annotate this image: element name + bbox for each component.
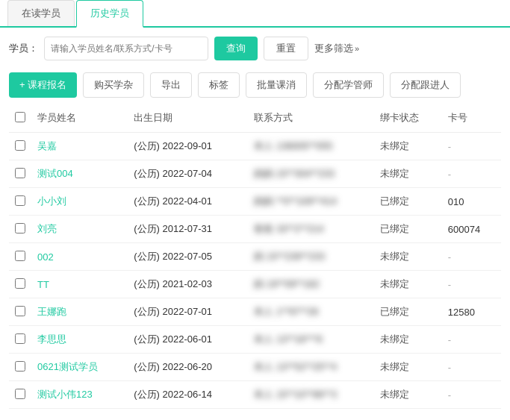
row-checkbox-cell[interactable] [9, 326, 31, 354]
student-name-cell[interactable]: 李思思 [31, 326, 128, 354]
table-row: 刘亮 (公历) 2012-07-31 爸爸 33**2**214 已绑定 600… [9, 216, 501, 243]
student-name-link[interactable]: 李思思 [37, 333, 66, 345]
row-checkbox-cell[interactable] [9, 188, 31, 216]
col-header-dob: 出生日期 [128, 104, 248, 133]
search-label: 学员： [9, 42, 38, 55]
student-contact-value: 妈妈 15**304**233 [254, 167, 335, 181]
card-number-cell: - [442, 243, 501, 271]
student-table-wrap: 学员姓名 出生日期 联系方式 绑卡状态 卡号 吴嘉 (公历) 2022-09-0… [0, 104, 510, 409]
student-name-link[interactable]: 小小刘 [37, 195, 66, 207]
student-contact-cell: 妈 19**09**182 [248, 271, 374, 298]
student-name-link[interactable]: TT [37, 279, 49, 290]
table-row: 测试004 (公历) 2022-07-04 妈妈 15**304**233 未绑… [9, 160, 501, 188]
bind-status-cell: 未绑定 [374, 243, 442, 271]
student-dob-cell: (公历) 2022-06-14 [128, 381, 248, 409]
student-table: 学员姓名 出生日期 联系方式 绑卡状态 卡号 吴嘉 (公历) 2022-09-0… [9, 104, 501, 409]
select-all-checkbox[interactable] [15, 112, 25, 122]
row-checkbox-cell[interactable] [9, 271, 31, 298]
row-checkbox[interactable] [15, 278, 25, 289]
student-name-link[interactable]: 吴嘉 [37, 140, 57, 151]
row-checkbox[interactable] [15, 306, 25, 316]
student-contact-value: 本人 13**18***8 [254, 333, 322, 346]
student-contact-value: 本人 136005**055 [254, 140, 332, 153]
table-header-row: 学员姓名 出生日期 联系方式 绑卡状态 卡号 [9, 104, 501, 133]
student-name-link[interactable]: 刘亮 [37, 223, 57, 234]
bind-status-cell: 未绑定 [374, 326, 442, 354]
student-name-link[interactable]: 测试004 [37, 168, 73, 179]
row-checkbox-cell[interactable] [9, 216, 31, 243]
bind-status-cell: 未绑定 [374, 133, 442, 160]
student-name-cell[interactable]: 刘亮 [31, 216, 128, 243]
col-header-contact: 联系方式 [248, 104, 374, 133]
card-number-cell: 12580 [442, 298, 501, 326]
student-name-link[interactable]: 002 [37, 251, 54, 263]
student-contact-value: 妈 15**239**233 [254, 250, 325, 263]
student-name-cell[interactable]: 小小刘 [31, 188, 128, 216]
row-checkbox-cell[interactable] [9, 381, 31, 409]
row-checkbox-cell[interactable] [9, 243, 31, 271]
student-name-cell[interactable]: 王娜跑 [31, 298, 128, 326]
table-row: 002 (公历) 2022-07-05 妈 15**239**233 未绑定 - [9, 243, 501, 271]
table-row: 0621测试学员 (公历) 2022-06-20 本人 13**52**25**… [9, 354, 501, 381]
row-checkbox[interactable] [15, 251, 25, 261]
student-name-link[interactable]: 0621测试学员 [37, 361, 98, 372]
row-checkbox-cell[interactable] [9, 354, 31, 381]
batch-cancel-button[interactable]: 批量课消 [246, 72, 307, 98]
student-dob-cell: (公历) 2022-07-05 [128, 243, 248, 271]
student-name-link[interactable]: 测试小伟123 [37, 389, 93, 400]
col-header-bind: 绑卡状态 [374, 104, 442, 133]
buy-misc-button[interactable]: 购买学杂 [83, 72, 144, 98]
row-checkbox[interactable] [15, 333, 25, 344]
table-row: 李思思 (公历) 2022-06-01 本人 13**18***8 未绑定 - [9, 326, 501, 354]
student-name-cell[interactable]: 0621测试学员 [31, 354, 128, 381]
reset-button[interactable]: 重置 [264, 37, 308, 60]
tab-history[interactable]: 历史学员 [76, 0, 143, 28]
student-contact-cell: 爸爸 33**2**214 [248, 216, 374, 243]
bind-status-cell: 已绑定 [374, 216, 442, 243]
student-dob-cell: (公历) 2022-04-01 [128, 188, 248, 216]
student-contact-cell: 妈妈 15**304**233 [248, 160, 374, 188]
row-checkbox[interactable] [15, 223, 25, 233]
student-contact-cell: 本人 13**52**25**4 [248, 354, 374, 381]
assign-follow-button[interactable]: 分配跟进人 [390, 72, 461, 98]
student-name-cell[interactable]: 测试小伟123 [31, 381, 128, 409]
card-number-cell: - [442, 381, 501, 409]
student-dob-cell: (公历) 2021-02-03 [128, 271, 248, 298]
row-checkbox[interactable] [15, 140, 25, 151]
student-name-cell[interactable]: 吴嘉 [31, 133, 128, 160]
student-contact-cell: 本人 136005**055 [248, 133, 374, 160]
chevron-right-icon: » [355, 44, 359, 53]
student-dob-cell: (公历) 2022-06-01 [128, 326, 248, 354]
assign-teacher-button[interactable]: 分配学管师 [313, 72, 384, 98]
student-dob-cell: (公历) 2022-07-01 [128, 298, 248, 326]
tab-bar: 在读学员 历史学员 [0, 0, 510, 28]
row-checkbox[interactable] [15, 168, 25, 178]
row-checkbox[interactable] [15, 361, 25, 372]
student-name-cell[interactable]: 测试004 [31, 160, 128, 188]
col-header-card: 卡号 [442, 104, 501, 133]
search-bar: 学员： 查询 重置 更多筛选 » [0, 28, 510, 66]
more-filter-button[interactable]: 更多筛选 » [314, 42, 359, 55]
tag-button[interactable]: 标签 [198, 72, 240, 98]
student-dob-cell: (公历) 2012-07-31 [128, 216, 248, 243]
search-input[interactable] [44, 37, 208, 60]
student-dob-cell: (公历) 2022-09-01 [128, 133, 248, 160]
student-dob-cell: (公历) 2022-07-04 [128, 160, 248, 188]
bind-status-cell: 未绑定 [374, 160, 442, 188]
student-name-cell[interactable]: 002 [31, 243, 128, 271]
student-contact-cell: 本人 13**18***8 [248, 326, 374, 354]
row-checkbox[interactable] [15, 389, 25, 399]
query-button[interactable]: 查询 [214, 37, 258, 60]
row-checkbox-cell[interactable] [9, 133, 31, 160]
row-checkbox[interactable] [15, 195, 25, 206]
export-button[interactable]: 导出 [150, 72, 192, 98]
select-all-cell[interactable] [9, 104, 31, 133]
row-checkbox-cell[interactable] [9, 160, 31, 188]
add-course-button[interactable]: + 课程报名 [9, 72, 77, 98]
tab-current[interactable]: 在读学员 [7, 0, 75, 26]
student-name-link[interactable]: 王娜跑 [37, 306, 66, 317]
student-name-cell[interactable]: TT [31, 271, 128, 298]
row-checkbox-cell[interactable] [9, 298, 31, 326]
student-contact-value: 妈 19**09**182 [254, 278, 319, 291]
student-contact-cell: 本人 1**97**28 [248, 298, 374, 326]
